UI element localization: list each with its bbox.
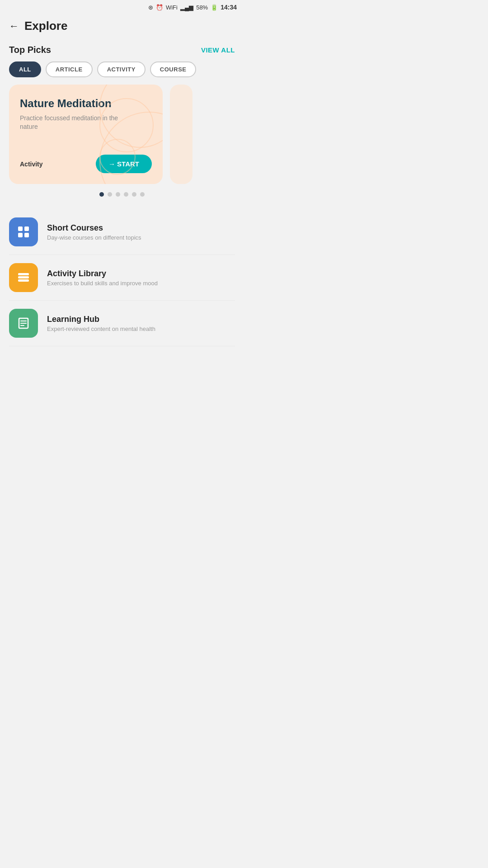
short-courses-name: Short Courses — [47, 223, 141, 233]
dot-6 — [140, 192, 145, 197]
svg-rect-0 — [18, 226, 23, 231]
card-type: Activity — [20, 160, 43, 168]
category-learning-hub[interactable]: Learning Hub Expert-reviewed content on … — [9, 301, 235, 346]
start-button[interactable]: → START — [96, 155, 152, 173]
card-carousel: Nature Meditation Practice focussed medi… — [9, 85, 235, 184]
carousel-wrapper: Nature Meditation Practice focussed medi… — [0, 85, 244, 184]
section-title: Top Picks — [9, 45, 51, 55]
notification-icon: ⊛ — [148, 4, 153, 11]
activity-library-text: Activity Library Exercises to build skil… — [47, 269, 158, 287]
learning-hub-text: Learning Hub Expert-reviewed content on … — [47, 315, 155, 332]
svg-rect-6 — [18, 273, 29, 275]
filter-activity[interactable]: ACTIVITY — [97, 61, 145, 77]
card-peek — [170, 85, 192, 184]
card-footer: Activity → START — [20, 155, 152, 173]
top-picks-header: Top Picks VIEW ALL — [0, 38, 244, 60]
svg-rect-1 — [24, 226, 29, 231]
card-nature-meditation: Nature Meditation Practice focussed medi… — [9, 85, 163, 184]
dot-5 — [132, 192, 136, 197]
card-content: Nature Meditation Practice focussed medi… — [20, 97, 152, 132]
short-courses-desc: Day-wise courses on different topics — [47, 234, 141, 241]
learning-hub-name: Learning Hub — [47, 315, 155, 324]
activity-library-icon — [9, 263, 38, 292]
learning-hub-desc: Expert-reviewed content on mental health — [47, 326, 155, 332]
dot-2 — [108, 192, 112, 197]
card-title: Nature Meditation — [20, 97, 137, 110]
clock: 14:34 — [221, 4, 237, 11]
page-title: Explore — [24, 19, 67, 33]
alarm-icon: ⏰ — [156, 4, 163, 11]
category-activity-library[interactable]: Activity Library Exercises to build skil… — [9, 255, 235, 301]
category-list: Short Courses Day-wise courses on differ… — [0, 209, 244, 346]
learning-hub-icon — [9, 309, 38, 338]
filter-row: ALL ARTICLE ACTIVITY COURSE — [0, 60, 244, 85]
dot-1 — [99, 192, 104, 197]
header: ← Explore — [0, 13, 244, 38]
back-button[interactable]: ← — [9, 20, 19, 32]
card-description: Practice focussed meditation in the natu… — [20, 114, 137, 132]
activity-library-desc: Exercises to build skills and improve mo… — [47, 280, 158, 287]
svg-rect-3 — [24, 233, 29, 237]
view-all-button[interactable]: VIEW ALL — [201, 46, 235, 54]
filter-course[interactable]: COURSE — [150, 61, 197, 77]
carousel-dots — [0, 184, 244, 209]
dot-4 — [124, 192, 128, 197]
svg-rect-5 — [18, 276, 29, 278]
wifi-icon: WiFi — [166, 4, 178, 11]
short-courses-icon — [9, 217, 38, 246]
svg-rect-2 — [18, 233, 23, 237]
dot-3 — [116, 192, 120, 197]
filter-all[interactable]: ALL — [9, 61, 41, 77]
svg-rect-4 — [18, 279, 29, 282]
activity-library-name: Activity Library — [47, 269, 158, 278]
category-short-courses[interactable]: Short Courses Day-wise courses on differ… — [9, 209, 235, 255]
signal-icon: ▂▄▆ — [180, 4, 193, 11]
status-bar: ⊛ ⏰ WiFi ▂▄▆ 58% 🔋 14:34 — [0, 0, 244, 13]
short-courses-text: Short Courses Day-wise courses on differ… — [47, 223, 141, 241]
battery-icon: 🔋 — [211, 4, 218, 11]
filter-article[interactable]: ARTICLE — [46, 61, 93, 77]
battery-percent: 58% — [196, 4, 208, 11]
